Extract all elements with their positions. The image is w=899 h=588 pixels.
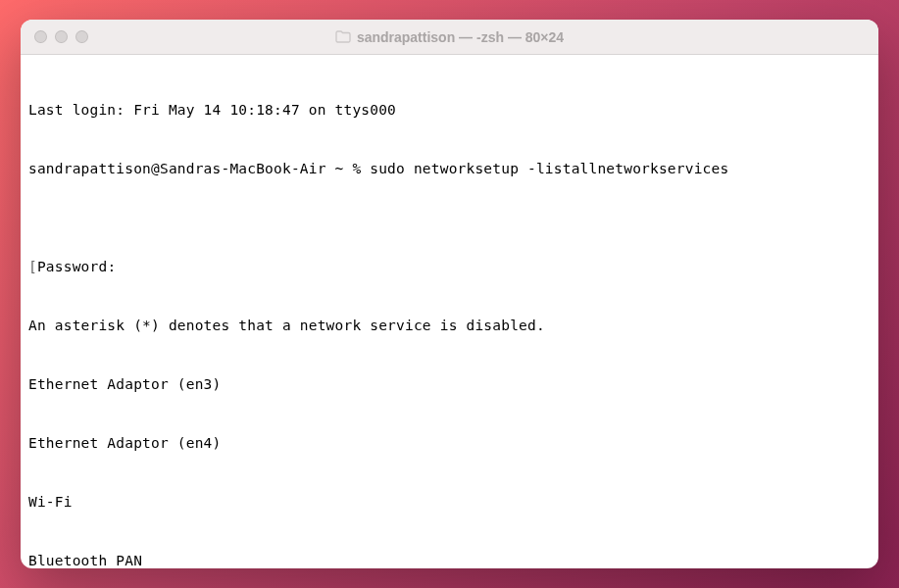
traffic-lights [21, 30, 88, 43]
terminal-window: sandrapattison — -zsh — 80×24 Last login… [21, 20, 878, 568]
window-title: sandrapattison — -zsh — 80×24 [357, 29, 564, 45]
open-bracket: [ [28, 259, 37, 274]
titlebar[interactable]: sandrapattison — -zsh — 80×24 [21, 20, 878, 55]
terminal-body[interactable]: Last login: Fri May 14 10:18:47 on ttys0… [21, 55, 878, 568]
password-text: Password: [37, 259, 116, 274]
close-button[interactable] [34, 30, 47, 43]
terminal-line-prompt1: sandrapattison@Sandras-MacBook-Air ~ % s… [28, 159, 871, 178]
maximize-button[interactable] [75, 30, 88, 43]
terminal-line-eth3: Ethernet Adaptor (en3) [28, 374, 871, 394]
terminal-line-eth4: Ethernet Adaptor (en4) [28, 433, 871, 453]
window-title-container: sandrapattison — -zsh — 80×24 [335, 29, 564, 45]
terminal-line-bluetooth: Bluetooth PAN [28, 551, 871, 568]
terminal-line-asterisk: An asterisk (*) denotes that a network s… [28, 316, 871, 335]
terminal-line-last-login: Last login: Fri May 14 10:18:47 on ttys0… [28, 100, 871, 120]
folder-icon [335, 30, 351, 43]
terminal-line-password: [Password: [28, 257, 871, 276]
minimize-button[interactable] [55, 30, 68, 43]
terminal-line-wifi: Wi-Fi [28, 492, 871, 512]
